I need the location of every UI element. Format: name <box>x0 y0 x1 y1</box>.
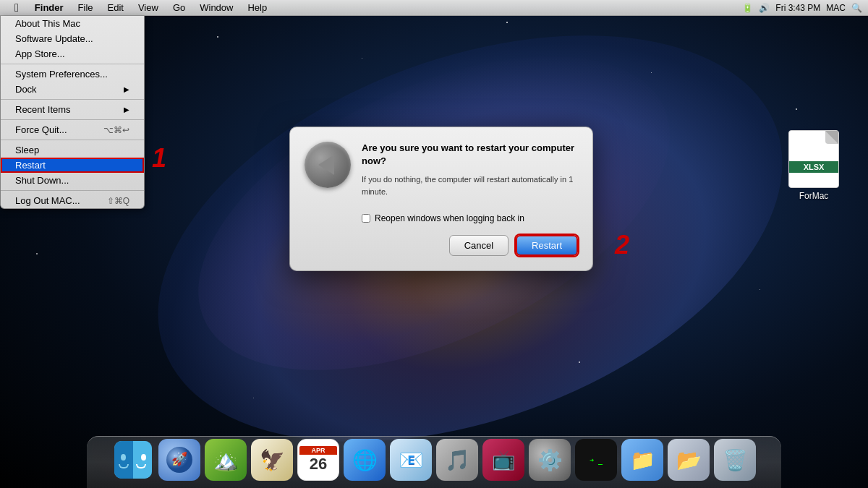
menu-recent-items[interactable]: Recent Items ▶ <box>1 102 144 117</box>
step-1-label: 1 <box>152 143 166 174</box>
menu-shut-down[interactable]: Shut Down... <box>1 173 144 188</box>
restart-icon-circle <box>305 142 351 188</box>
menubar-battery-icon: 🔋 <box>742 3 753 13</box>
dock-items: 🚀 🏔️ 🦅 APR 26 🌐 📧 🎵 📺 <box>105 439 763 485</box>
dialog-subtitle: If you do nothing, the computer will res… <box>362 174 578 197</box>
menubar-view[interactable]: View <box>131 0 166 16</box>
menu-divider-5 <box>1 190 144 191</box>
apple-dropdown-menu: About This Mac Software Update... App St… <box>0 16 145 209</box>
icon-corner-fold <box>825 131 838 144</box>
desktop-icon-name: ForMac <box>799 191 829 201</box>
reopen-windows-checkbox[interactable] <box>362 214 370 223</box>
menubar-finder[interactable]: Finder <box>27 0 71 16</box>
cancel-button[interactable]: Cancel <box>449 235 509 256</box>
menu-log-out[interactable]: Log Out MAC... ⇧⌘Q <box>1 193 144 208</box>
menubar-file[interactable]: File <box>71 0 101 16</box>
force-quit-shortcut: ⌥⌘↩ <box>103 125 129 135</box>
dock: 🚀 🏔️ 🦅 APR 26 🌐 📧 🎵 📺 <box>0 430 868 488</box>
step-2-label: 2 <box>615 230 629 260</box>
recent-items-submenu-arrow: ▶ <box>124 106 129 114</box>
dock-photos[interactable]: 🏔️ <box>205 439 247 481</box>
menu-sleep[interactable]: Sleep <box>1 142 144 158</box>
menubar-search-icon[interactable]: 🔍 <box>851 3 862 13</box>
desktop-xlsx-icon[interactable]: XLSX ForMac <box>788 130 839 201</box>
dock-trash[interactable]: 🗑️ <box>714 439 756 481</box>
svg-text:🚀: 🚀 <box>171 451 188 467</box>
dock-calendar[interactable]: APR 26 <box>297 439 339 481</box>
menubar-time: Fri 3:43 PM <box>775 3 820 13</box>
dock-folder-gray[interactable]: 📂 <box>668 439 710 481</box>
menubar-user: MAC <box>826 3 846 13</box>
dock-submenu-arrow: ▶ <box>124 85 129 93</box>
dock-itunes[interactable]: 🎵 <box>436 439 478 481</box>
dialog-icon-area <box>305 142 351 188</box>
menubar-help[interactable]: Help <box>240 0 274 16</box>
apple-menu-button[interactable]:  <box>6 0 27 16</box>
reopen-windows-label: Reopen windows when logging back in <box>375 213 524 223</box>
menubar-go[interactable]: Go <box>166 0 192 16</box>
log-out-shortcut: ⇧⌘Q <box>107 196 129 206</box>
menu-force-quit[interactable]: Force Quit... ⌥⌘↩ <box>1 122 144 137</box>
menu-system-preferences[interactable]: System Preferences... <box>1 67 144 82</box>
menu-divider-2 <box>1 99 144 100</box>
menubar-edit[interactable]: Edit <box>101 0 131 16</box>
restart-arrow-icon <box>318 155 334 175</box>
dock-system-prefs[interactable]: ⚙️ <box>529 439 571 481</box>
menu-restart[interactable]: Restart <box>1 158 144 173</box>
dock-syspref[interactable]: 🌐 <box>344 439 386 481</box>
menu-app-store[interactable]: App Store... <box>1 46 144 61</box>
dock-bird[interactable]: 🦅 <box>251 439 293 481</box>
menu-divider-4 <box>1 140 144 140</box>
menubar-volume-icon: 🔊 <box>759 3 770 13</box>
menu-divider-3 <box>1 119 144 120</box>
dialog-checkbox-row: Reopen windows when logging back in <box>305 213 578 223</box>
dialog-buttons: Cancel Restart <box>305 235 578 256</box>
menu-about-this-mac[interactable]: About This Mac <box>1 16 144 31</box>
menu-dock[interactable]: Dock ▶ <box>1 82 144 97</box>
menu-software-update[interactable]: Software Update... <box>1 31 144 46</box>
dialog-title: Are you sure you want to restart your co… <box>362 142 578 168</box>
xlsx-file-icon: XLSX <box>788 130 839 188</box>
dock-launchpad[interactable]: 🚀 <box>158 439 200 481</box>
dock-folder-blue[interactable]: 📁 <box>621 439 663 481</box>
restart-button[interactable]: Restart <box>516 235 578 256</box>
menubar-window[interactable]: Window <box>192 0 240 16</box>
dock-terminal[interactable]: ➜ _ <box>575 439 617 481</box>
restart-dialog: Are you sure you want to restart your co… <box>289 127 593 271</box>
menubar:  Finder File Edit View Go Window Help 🔋… <box>0 0 868 16</box>
xlsx-label: XLSX <box>789 161 838 173</box>
dock-mail[interactable]: 📧 <box>390 439 432 481</box>
dock-dvd[interactable]: 📺 <box>482 439 524 481</box>
dialog-text-area: Are you sure you want to restart your co… <box>362 142 578 206</box>
menu-divider-1 <box>1 64 144 64</box>
dock-finder[interactable] <box>112 439 154 481</box>
